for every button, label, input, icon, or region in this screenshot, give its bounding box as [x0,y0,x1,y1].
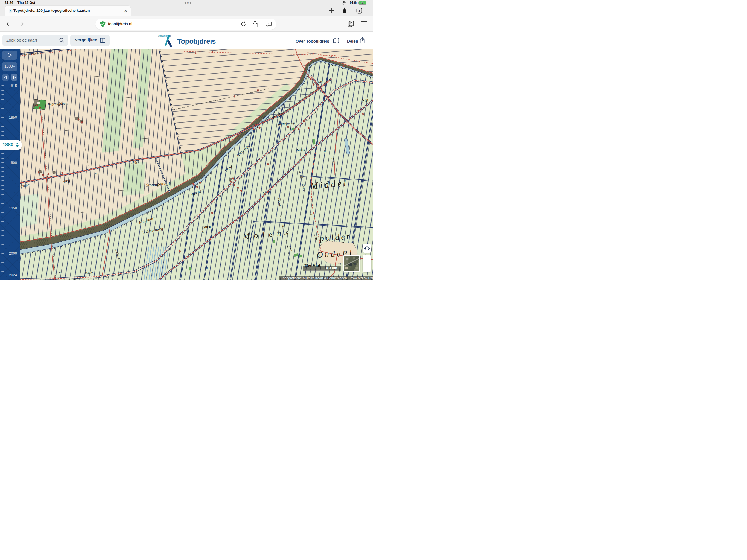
svg-text:Begraafplaats: Begraafplaats [48,101,68,106]
svg-text:Togt: Togt [130,158,139,164]
svg-text:Br: Br [324,149,327,152]
svg-text:Br: Br [202,230,204,233]
svg-text:Br: Br [290,127,292,130]
svg-text:MP.29: MP.29 [85,271,93,274]
svg-text:Oph Br: Oph Br [317,79,328,83]
svg-text:Br: Br [206,266,208,269]
svg-text:MP.31: MP.31 [297,148,305,152]
svg-text:MP.30: MP.30 [203,225,211,229]
svg-text:en: en [94,171,98,176]
svg-text:Br: Br [262,192,265,195]
svg-text:Br: Br [298,171,301,174]
svg-text:Br: Br [58,271,61,274]
svg-text:Sta: Sta [361,97,369,103]
svg-text:1: 1 [358,9,360,13]
svg-text:kadaster: kadaster [158,34,168,37]
svg-text:Br: Br [282,224,285,227]
svg-text:Br: Br [310,213,312,216]
